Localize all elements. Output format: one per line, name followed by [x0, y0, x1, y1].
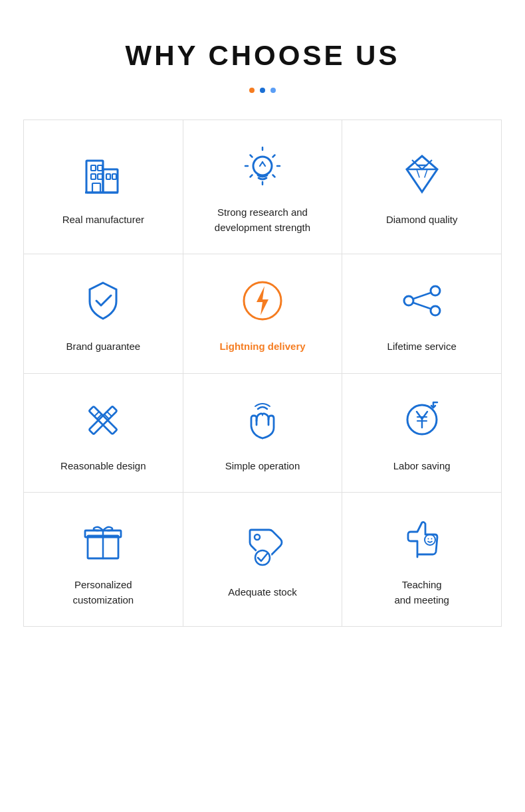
svg-rect-3 [98, 165, 102, 171]
svg-line-15 [250, 155, 252, 157]
brand-guarantee-label: Brand guarantee [66, 339, 140, 355]
simple-operation-label: Simple operation [225, 459, 300, 474]
svg-rect-7 [112, 174, 116, 179]
svg-rect-5 [98, 174, 102, 179]
svg-rect-4 [91, 174, 96, 179]
personalized-customization-label: Personalizedcustomization [72, 578, 134, 608]
svg-point-50 [425, 534, 435, 545]
reasonable-design-icon [76, 394, 130, 447]
cell-teaching-meeting: Teachingand meeting [342, 493, 502, 627]
real-manufacturer-icon [76, 147, 130, 201]
cell-lightning-delivery: Lightning delivery [183, 254, 343, 374]
svg-line-23 [425, 169, 427, 177]
svg-point-48 [254, 549, 271, 566]
cell-adequate-stock: Adequate stock [183, 493, 343, 627]
svg-point-27 [431, 286, 440, 295]
reasonable-design-label: Reasonable design [60, 459, 146, 474]
cell-lifetime-service: Lifetime service [342, 254, 502, 374]
adequate-stock-icon [236, 520, 289, 573]
teaching-meeting-label: Teachingand meeting [394, 578, 449, 608]
svg-line-22 [417, 169, 419, 177]
teaching-meeting-icon [395, 513, 449, 566]
adequate-stock-label: Adequate stock [228, 585, 296, 600]
personalized-customization-icon [76, 513, 130, 566]
svg-marker-21 [407, 156, 437, 192]
svg-line-16 [272, 175, 274, 177]
svg-line-17 [272, 155, 274, 157]
svg-line-20 [262, 162, 265, 166]
svg-rect-8 [92, 183, 100, 193]
svg-line-30 [413, 293, 431, 299]
lightning-delivery-icon [236, 274, 289, 327]
cell-personalized-customization: Personalizedcustomization [24, 493, 183, 627]
page-title: WHY CHOOSE US [126, 40, 400, 72]
real-manufacturer-label: Real manufacturer [62, 212, 144, 228]
features-grid: Real manufacturer [23, 120, 502, 627]
cell-real-manufacturer: Real manufacturer [24, 120, 183, 254]
dot-3 [270, 88, 276, 93]
labor-saving-icon [395, 394, 449, 447]
svg-point-10 [253, 157, 272, 175]
research-development-icon [236, 140, 289, 193]
dots-decoration [249, 88, 276, 93]
svg-point-29 [431, 306, 440, 315]
dot-1 [249, 88, 255, 93]
research-development-label: Strong research anddevelopment strength [215, 205, 310, 235]
svg-line-36 [107, 412, 112, 416]
svg-rect-1 [103, 169, 118, 193]
svg-line-39 [417, 412, 422, 419]
svg-rect-6 [106, 174, 110, 179]
cell-research-development: Strong research anddevelopment strength [183, 120, 343, 254]
lightning-delivery-label: Lightning delivery [219, 339, 305, 355]
dot-2 [260, 88, 265, 93]
cell-reasonable-design: Reasonable design [24, 374, 183, 493]
labor-saving-label: Labor saving [393, 459, 451, 474]
page-container: WHY CHOOSE US [0, 0, 525, 667]
svg-line-18 [250, 175, 252, 177]
svg-point-52 [431, 538, 432, 540]
lifetime-service-label: Lifetime service [387, 339, 457, 355]
cell-simple-operation: Simple operation [183, 374, 343, 493]
cell-diamond-quality: Diamond quality [342, 120, 502, 254]
svg-rect-2 [91, 165, 96, 171]
simple-operation-icon [236, 394, 289, 447]
brand-guarantee-icon [76, 274, 130, 327]
svg-point-51 [427, 538, 429, 540]
svg-point-28 [404, 296, 413, 305]
svg-line-31 [413, 303, 431, 309]
lifetime-service-icon [395, 274, 449, 327]
cell-brand-guarantee: Brand guarantee [24, 254, 183, 374]
svg-point-47 [255, 534, 260, 540]
svg-marker-26 [257, 286, 268, 315]
svg-rect-35 [89, 406, 117, 434]
diamond-quality-icon [395, 147, 449, 201]
svg-rect-32 [89, 406, 117, 434]
svg-line-33 [94, 412, 99, 416]
diamond-quality-label: Diamond quality [386, 212, 458, 228]
cell-labor-saving: Labor saving [342, 374, 502, 493]
svg-line-40 [422, 412, 427, 419]
